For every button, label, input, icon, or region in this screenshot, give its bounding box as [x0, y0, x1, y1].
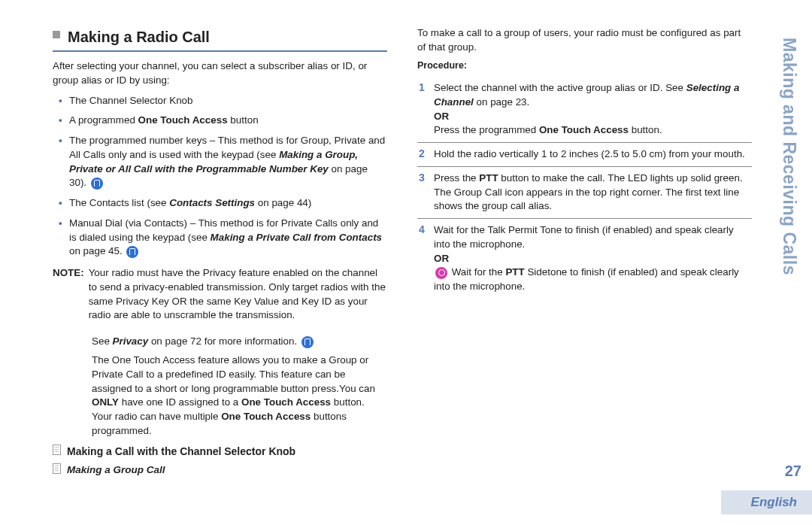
note-block: NOTE: Your radio must have the Privacy f… [53, 266, 387, 330]
intro-paragraph: After selecting your channel, you can se… [53, 59, 387, 88]
list-text: on page 44) [255, 197, 311, 208]
options-list: The Channel Selector Knob A programmed O… [53, 94, 387, 259]
note-ref: Privacy [113, 335, 149, 347]
list-item: A programmed One Touch Access button [53, 114, 387, 128]
doc-icon [53, 463, 61, 474]
step-item: Select the channel with the active group… [417, 77, 752, 143]
ptt-icon [435, 267, 447, 279]
language-tab: English [721, 490, 812, 514]
procedure-label: Procedure: [417, 59, 752, 73]
page-number: 27 [785, 460, 801, 481]
list-item: Manual Dial (via Contacts) – This method… [53, 217, 387, 259]
list-text-ref: Making a Private Call from Contacts [211, 232, 382, 243]
note-body: Your radio must have the Privacy feature… [89, 266, 387, 330]
list-text: button [228, 114, 259, 126]
list-item: The Contacts list (see Contacts Settings… [53, 196, 387, 211]
list-text-bold: One Touch Access [138, 114, 228, 126]
info-icon [91, 178, 103, 190]
note-text: See Privacy on page 72 for more informat… [53, 335, 387, 349]
list-text: The Contacts list (see [69, 197, 169, 208]
list-text: The Channel Selector Knob [69, 95, 193, 106]
info-icon [301, 336, 314, 348]
list-text: on page 45. [69, 245, 125, 256]
procedure-steps: Select the channel with the active group… [417, 77, 752, 299]
section-heading-block: Making a Radio Call [53, 26, 387, 52]
step-item: Wait for the Talk Permit Tone to finish … [417, 219, 752, 299]
subsubsection-row: Making a Group Call [53, 463, 387, 478]
heading-bullet-icon [53, 31, 60, 38]
list-item: The programmed number keys – This method… [53, 134, 387, 190]
list-item: The Channel Selector Knob [53, 94, 387, 108]
side-chapter-title: Making and Receiving Calls [777, 38, 801, 275]
or-label: OR [434, 253, 449, 264]
section-heading: Making a Radio Call [68, 26, 210, 47]
info-icon [126, 246, 138, 258]
or-label: OR [434, 111, 449, 122]
group-call-intro: To make a call to a group of users, your… [417, 26, 752, 55]
doc-icon [53, 445, 61, 455]
note-text: The One Touch Access feature allows you … [53, 354, 387, 439]
note-label: NOTE: [53, 266, 89, 330]
subsection-heading: Making a Call with the Channel Selector … [67, 445, 295, 460]
step-item: Press the PTT button to make the call. T… [417, 167, 752, 219]
subsubsection-heading: Making a Group Call [67, 463, 165, 478]
list-text: A programmed [69, 114, 138, 126]
heading-rule [53, 50, 387, 52]
list-text-ref: Contacts Settings [169, 197, 255, 208]
note-text: Your radio must have the Privacy feature… [89, 266, 387, 323]
step-item: Hold the radio vertically 1 to 2 inches … [417, 143, 752, 167]
page-content: Making a Radio Call After selecting your… [53, 26, 752, 493]
subsection-row: Making a Call with the Channel Selector … [53, 445, 387, 460]
